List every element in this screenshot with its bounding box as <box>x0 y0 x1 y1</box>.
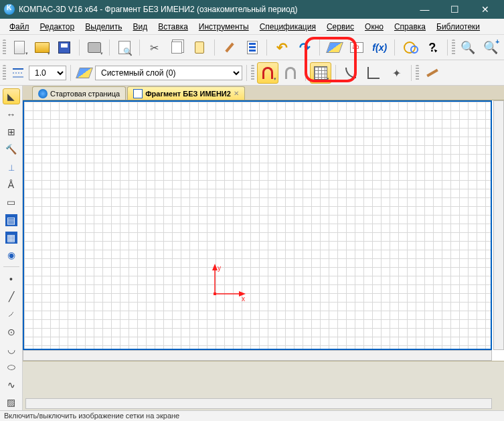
help-button[interactable] <box>422 37 443 58</box>
line-icon: ╱ <box>9 291 14 302</box>
circle-icon: ⊙ <box>7 327 15 337</box>
tab-start-page[interactable]: Стартовая страница <box>32 86 126 100</box>
undo-button[interactable] <box>271 37 292 58</box>
menu-help[interactable]: Справка <box>389 21 431 33</box>
zoom-fit-button[interactable] <box>480 37 501 58</box>
main-toolbar: f(x) <box>0 35 504 60</box>
horizontal-scrollbar[interactable] <box>23 350 492 361</box>
menu-tools[interactable]: Инструменты <box>193 21 254 33</box>
tab-label: Фрагмент БЕЗ ИМЕНИ2 <box>145 90 231 98</box>
arc-tool[interactable]: ◡ <box>3 341 20 357</box>
edit-icon: 🔨 <box>5 144 17 155</box>
menu-editor[interactable]: Редактор <box>35 21 80 33</box>
geometry-tool[interactable]: ◣ <box>3 88 20 104</box>
menu-library[interactable]: Библиотеки <box>431 21 485 33</box>
spec-tool[interactable]: ▤ <box>3 212 20 228</box>
toolbar-grip[interactable] <box>416 65 419 81</box>
toolbar-grip[interactable] <box>3 39 6 56</box>
param-button[interactable] <box>386 62 407 84</box>
svg-text:y: y <box>218 264 221 272</box>
report-tool[interactable]: ▦ <box>3 230 20 246</box>
pen-button[interactable] <box>422 62 443 84</box>
separator <box>109 39 110 56</box>
layers-icon <box>76 68 93 78</box>
close-button[interactable]: ✕ <box>470 0 500 19</box>
toolbar-grip[interactable] <box>3 65 6 81</box>
menu-service[interactable]: Сервис <box>321 21 359 33</box>
chain-icon <box>404 41 416 54</box>
grid-button[interactable] <box>310 62 331 84</box>
fx-button[interactable]: f(x) <box>369 37 390 58</box>
aux-line-tool[interactable]: ⟋ <box>3 306 20 322</box>
menu-select[interactable]: Выделить <box>80 21 127 33</box>
open-button[interactable] <box>31 37 53 58</box>
save-button[interactable] <box>54 37 75 58</box>
select-tool[interactable]: ▭ <box>3 194 20 210</box>
help-icon <box>428 39 436 55</box>
round-icon <box>345 68 356 78</box>
menu-spec[interactable]: Спецификация <box>254 21 321 33</box>
open-icon <box>35 42 50 53</box>
layers2-button[interactable] <box>75 64 94 82</box>
dimension-tool[interactable]: ↔ <box>3 106 20 122</box>
panel-scrollbar[interactable] <box>25 398 492 409</box>
separator <box>3 266 19 267</box>
snap-off-button[interactable] <box>280 62 301 84</box>
spline-tool[interactable]: ∿ <box>3 376 20 392</box>
linetype-button[interactable] <box>9 64 27 82</box>
redo-button[interactable] <box>294 37 315 58</box>
toolbar-grip[interactable] <box>251 65 254 81</box>
minimize-button[interactable]: — <box>410 0 440 19</box>
layers-button[interactable] <box>324 37 345 58</box>
hatch-tool[interactable]: ▨ <box>3 394 20 410</box>
format-button[interactable] <box>219 37 240 58</box>
tab-close-button[interactable]: ✕ <box>234 90 239 97</box>
copy-icon <box>171 41 182 54</box>
vertical-scrollbar[interactable] <box>493 100 504 350</box>
ortho-button[interactable] <box>363 62 384 84</box>
print-button[interactable] <box>84 37 105 58</box>
tab-fragment[interactable]: Фрагмент БЕЗ ИМЕНИ2 ✕ <box>127 86 245 100</box>
cut-button[interactable] <box>144 37 165 58</box>
param-tool[interactable]: ⟂ <box>3 159 20 175</box>
paste-button[interactable] <box>189 37 210 58</box>
vars-icon <box>350 42 363 53</box>
point-tool[interactable]: • <box>3 270 20 286</box>
maximize-button[interactable]: ☐ <box>440 0 470 19</box>
layer-select[interactable]: Системный слой (0) <box>95 66 242 80</box>
spec-icon: ▤ <box>5 214 17 226</box>
preview-button[interactable] <box>114 37 135 58</box>
annotation-tool[interactable]: ⊞ <box>3 124 20 140</box>
copy-button[interactable] <box>166 37 187 58</box>
round-button[interactable] <box>340 62 361 84</box>
camera-icon: ◉ <box>7 250 15 260</box>
separator <box>79 39 80 56</box>
vars-button[interactable] <box>347 37 368 58</box>
annotation-icon: ⊞ <box>7 127 15 137</box>
secondary-toolbar: 1.0 Системный слой (0) <box>0 60 504 86</box>
chain-button[interactable] <box>399 37 420 58</box>
ellipse-tool[interactable]: ⬭ <box>3 359 20 375</box>
insert-tool[interactable]: ◉ <box>3 247 20 263</box>
point-icon: • <box>9 274 13 284</box>
menu-file[interactable]: Файл <box>4 21 35 33</box>
menu-view[interactable]: Вид <box>128 21 153 33</box>
zoom-button[interactable] <box>458 37 479 58</box>
toolbar-grip[interactable] <box>452 39 455 56</box>
magnet-off-icon <box>285 67 296 79</box>
measure-tool[interactable]: Å <box>3 177 20 193</box>
menu-insert[interactable]: Вставка <box>153 21 193 33</box>
new-button[interactable] <box>9 37 30 58</box>
scale-select[interactable]: 1.0 <box>29 66 66 80</box>
circle-tool[interactable]: ⊙ <box>3 323 20 339</box>
status-bar: Включить/выключить изображение сетки на … <box>0 410 504 421</box>
menu-window[interactable]: Окно <box>359 21 389 33</box>
properties-button[interactable] <box>242 37 263 58</box>
line-tool[interactable]: ╱ <box>3 288 20 305</box>
drawing-canvas[interactable]: y x <box>23 100 492 350</box>
geometry-icon: ◣ <box>7 91 15 102</box>
edit-tool[interactable]: 🔨 <box>3 141 20 157</box>
new-icon <box>14 41 25 54</box>
snap-button[interactable] <box>257 62 278 84</box>
title-bar: КОМПАС-3D V16 x64 - Фрагмент БЕЗ ИМЕНИ2 … <box>0 0 504 19</box>
